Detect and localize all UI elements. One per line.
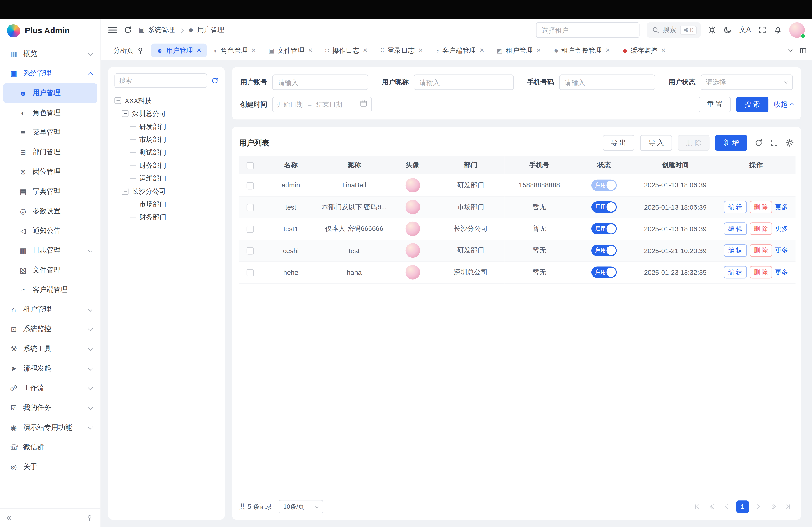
sidebar-item[interactable]: ☏ 微信群	[3, 437, 98, 457]
page-size-select[interactable]: 10条/页	[278, 500, 323, 514]
tab[interactable]: ▣ 文件管理 ✕	[263, 44, 318, 58]
tree-node[interactable]: 深圳总公司	[122, 107, 219, 120]
sidebar-item[interactable]: ◎ 关于	[3, 457, 98, 477]
sidebar-item[interactable]: ▣ 系统管理	[3, 63, 98, 83]
table-fullscreen-button[interactable]	[770, 139, 778, 147]
tree-node[interactable]: XXX科技	[114, 94, 218, 107]
collapse-toggle-icon[interactable]	[122, 110, 129, 117]
tabs-dropdown-button[interactable]	[788, 47, 793, 52]
delete-button[interactable]: 删 除	[678, 135, 710, 151]
tab-close-icon[interactable]: ✕	[363, 47, 367, 54]
filter-select[interactable]: 请选择	[700, 75, 793, 90]
row-checkbox[interactable]	[247, 247, 254, 255]
tab[interactable]: ◔ 客户端管理 ✕	[430, 44, 490, 58]
sidebar-item[interactable]: ◔ 客户端管理	[3, 280, 98, 300]
notifications-button[interactable]	[774, 26, 782, 34]
sidebar-item[interactable]: ◐ 角色管理	[3, 103, 98, 123]
add-button[interactable]: 新 增	[715, 135, 747, 151]
row-checkbox[interactable]	[247, 226, 254, 233]
sidebar-item[interactable]: ⊚ 岗位管理	[3, 162, 98, 182]
edit-button[interactable]: 编 辑	[724, 201, 746, 213]
tab-close-icon[interactable]: ✕	[197, 47, 201, 54]
tabs-panel-button[interactable]	[800, 47, 807, 54]
tab-close-icon[interactable]: ✕	[536, 47, 541, 54]
tab[interactable]: ∷ 操作日志 ✕	[320, 44, 373, 58]
menu-toggle-button[interactable]	[108, 27, 117, 33]
last-page-button[interactable]	[782, 501, 794, 513]
prev-page-button[interactable]	[721, 501, 734, 513]
collapse-filters-link[interactable]: 收起	[774, 100, 793, 109]
tab[interactable]: ◩ 租户管理 ✕	[492, 44, 546, 58]
sidebar-item[interactable]: ☻ 用户管理	[3, 84, 98, 103]
tab[interactable]: ☻ 用户管理 ✕	[151, 44, 206, 58]
tree-node[interactable]: 市场部门	[130, 133, 219, 146]
tree-node[interactable]: 财务部门	[130, 159, 219, 172]
pin-icon[interactable]	[137, 47, 144, 54]
status-toggle[interactable]: 启用	[591, 267, 617, 278]
tab[interactable]: ⠿ 登录日志 ✕	[375, 44, 428, 58]
tree-refresh-button[interactable]	[211, 77, 219, 84]
prev-5-pages-button[interactable]	[707, 501, 719, 513]
tab-close-icon[interactable]: ✕	[605, 47, 610, 54]
sidebar-item[interactable]: ▧ 文件管理	[3, 260, 98, 280]
edit-button[interactable]: 编 辑	[724, 223, 746, 235]
tab-close-icon[interactable]: ✕	[418, 47, 423, 54]
fullscreen-button[interactable]	[758, 26, 766, 34]
status-toggle[interactable]: 启用	[591, 201, 617, 213]
refresh-page-button[interactable]	[124, 26, 132, 34]
sidebar-item[interactable]: ⊞ 部门管理	[3, 142, 98, 162]
status-toggle[interactable]: 启用	[591, 179, 617, 191]
tree-node[interactable]: 运维部门	[130, 172, 219, 185]
export-button[interactable]: 导 出	[603, 135, 634, 151]
collapse-toggle-icon[interactable]	[122, 188, 129, 195]
edit-button[interactable]: 编 辑	[724, 244, 746, 257]
tab-close-icon[interactable]: ✕	[251, 47, 256, 54]
sidebar-item[interactable]: ◎ 参数设置	[3, 201, 98, 221]
sidebar-item[interactable]: ⊡ 系统监控	[3, 319, 98, 339]
filter-input[interactable]	[414, 75, 513, 90]
tab[interactable]: ◈ 租户套餐管理 ✕	[548, 44, 615, 58]
more-button[interactable]: 更多	[775, 246, 788, 255]
filter-input[interactable]	[559, 75, 655, 90]
delete-row-button[interactable]: 删 除	[750, 201, 772, 213]
sidebar-item[interactable]: ≡ 菜单管理	[3, 123, 98, 142]
status-toggle[interactable]: 启用	[591, 245, 617, 256]
tree-node[interactable]: 财务部门	[130, 211, 219, 223]
sidebar-item[interactable]: ☑ 我的任务	[3, 398, 98, 418]
sidebar-item[interactable]: ➤ 流程发起	[3, 359, 98, 378]
tree-node[interactable]: 测试部门	[130, 146, 219, 159]
tree-search-input[interactable]	[114, 74, 207, 88]
tab-close-icon[interactable]: ✕	[308, 47, 313, 54]
delete-row-button[interactable]: 删 除	[750, 266, 772, 278]
sidebar-item[interactable]: ⚒ 系统工具	[3, 339, 98, 359]
sidebar-item[interactable]: ☍ 工作流	[3, 378, 98, 398]
first-page-button[interactable]	[691, 501, 704, 513]
sidebar-item[interactable]: ▤ 字典管理	[3, 182, 98, 201]
sidebar-item[interactable]: ▥ 日志管理	[3, 241, 98, 260]
pin-icon[interactable]	[86, 514, 93, 522]
breadcrumb-item[interactable]: ▣ 系统管理	[139, 25, 183, 34]
delete-row-button[interactable]: 删 除	[750, 244, 772, 257]
search-button[interactable]: 搜 索	[736, 97, 768, 112]
more-button[interactable]: 更多	[775, 268, 788, 276]
sidebar-item[interactable]: ▦ 概览	[3, 44, 98, 63]
next-page-button[interactable]	[751, 501, 764, 513]
breadcrumb-item[interactable]: ☻ 用户管理	[188, 25, 224, 34]
row-checkbox[interactable]	[247, 269, 254, 276]
table-settings-button[interactable]	[786, 139, 794, 147]
more-button[interactable]: 更多	[775, 202, 788, 211]
tab-close-icon[interactable]: ✕	[661, 47, 666, 54]
collapse-toggle-icon[interactable]	[114, 97, 121, 104]
tab-close-icon[interactable]: ✕	[480, 47, 484, 54]
user-avatar[interactable]	[789, 22, 805, 38]
tab[interactable]: 分析页	[108, 44, 149, 58]
tree-node[interactable]: 长沙分公司	[122, 185, 219, 198]
row-checkbox[interactable]	[247, 204, 254, 211]
tree-node[interactable]: 市场部门	[130, 198, 219, 211]
current-page[interactable]: 1	[737, 501, 749, 513]
filter-input[interactable]	[273, 75, 368, 90]
settings-button[interactable]	[708, 26, 716, 34]
tenant-select[interactable]	[536, 22, 639, 38]
app-logo[interactable]: Plus Admin	[0, 19, 100, 42]
dark-mode-toggle[interactable]	[724, 26, 732, 34]
